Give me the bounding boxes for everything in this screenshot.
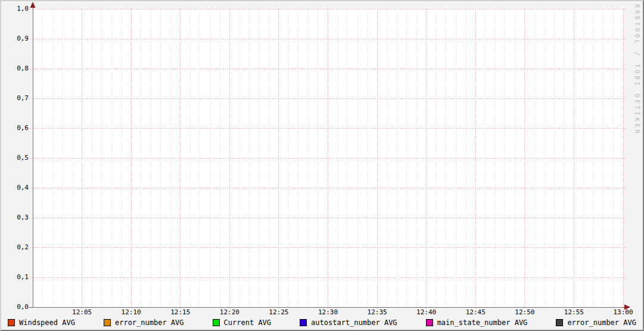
- legend: Windspeed AVGerror_number AVGCurrent AVG…: [0, 317, 644, 327]
- y-tick-label: 0,6: [5, 125, 29, 132]
- y-tick-label: 0,5: [5, 154, 29, 162]
- legend-color-swatch: [426, 319, 433, 326]
- x-tick-label: 12:35: [360, 309, 394, 316]
- legend-color-swatch: [300, 319, 307, 326]
- x-tick-label: 12:20: [213, 309, 246, 316]
- y-tick-label: 0,4: [5, 184, 29, 191]
- y-tick-label: 0,0: [5, 304, 29, 311]
- x-tick-label: 12:25: [262, 309, 295, 316]
- x-tick-label: 12:40: [410, 309, 443, 316]
- legend-item: Windspeed AVG: [8, 318, 75, 327]
- legend-color-swatch: [104, 319, 111, 326]
- y-tick-label: 0,1: [5, 274, 29, 281]
- legend-color-swatch: [213, 319, 220, 326]
- y-tick-label: 0,3: [5, 214, 29, 221]
- y-tick-label: 1,0: [5, 5, 29, 13]
- legend-item: Current AVG: [213, 318, 271, 327]
- legend-color-swatch: [556, 319, 563, 326]
- rrdtool-graph: 0,00,10,20,30,40,50,60,70,80,91,0 12:051…: [0, 0, 644, 331]
- legend-item: error_number AVG: [556, 318, 636, 327]
- x-tick-label: 12:10: [114, 309, 148, 316]
- legend-label: Current AVG: [224, 318, 271, 327]
- legend-label: error_number AVG: [115, 318, 184, 327]
- x-tick-label: 12:45: [459, 309, 492, 316]
- x-tick-label: 12:50: [508, 309, 542, 316]
- legend-item: main_state_number AVG: [426, 318, 528, 327]
- legend-label: Windspeed AVG: [19, 318, 75, 327]
- x-tick-label: 12:30: [312, 309, 345, 316]
- graph-stage: 0,00,10,20,30,40,50,60,70,80,91,0 12:051…: [0, 0, 644, 331]
- grid-and-axes: [0, 0, 644, 331]
- legend-label: error_number AVG: [567, 318, 636, 327]
- legend-color-swatch: [8, 319, 15, 326]
- x-tick-label: 12:15: [164, 309, 197, 316]
- y-tick-label: 0,7: [5, 95, 29, 102]
- y-tick-label: 0,2: [5, 244, 29, 251]
- x-tick-label: 12:05: [66, 309, 99, 316]
- y-tick-label: 0,9: [5, 35, 29, 42]
- x-tick-label: 13:00: [606, 309, 640, 316]
- legend-label: main_state_number AVG: [437, 318, 528, 327]
- legend-item: error_number AVG: [104, 318, 184, 327]
- watermark-text: RRDTOOL / TOBI OETIKER: [634, 4, 640, 135]
- legend-item: autostart_number AVG: [300, 318, 397, 327]
- x-tick-label: 12:55: [557, 309, 590, 316]
- legend-label: autostart_number AVG: [311, 318, 397, 327]
- y-tick-label: 0,8: [5, 65, 29, 72]
